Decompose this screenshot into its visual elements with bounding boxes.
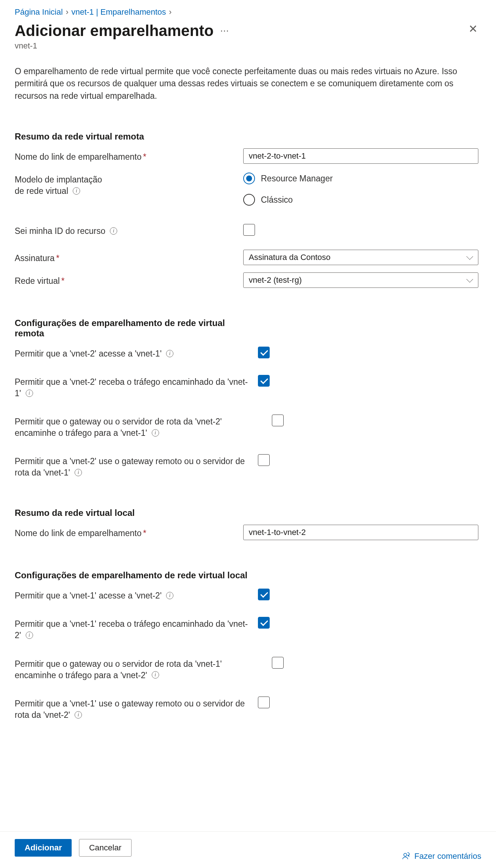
section-local-peering-settings: Configurações de emparelhamento de rede …: [15, 570, 250, 581]
local-use-gateway-label: Permitir que a 'vnet-1' use o gateway re…: [15, 699, 245, 720]
deploy-model-label-1: Modelo de implantação: [15, 175, 102, 184]
info-icon[interactable]: i: [152, 429, 159, 437]
remote-allow-forwarded-label: Permitir que a 'vnet-2' receba o tráfego…: [15, 377, 248, 398]
remote-allow-access-label: Permitir que a 'vnet-2' acesse a 'vnet-1…: [15, 349, 162, 358]
know-resource-id-checkbox[interactable]: [243, 224, 255, 236]
remote-allow-access-checkbox[interactable]: [258, 347, 270, 358]
subscription-dropdown[interactable]: Assinatura da Contoso: [243, 250, 478, 265]
more-actions-icon[interactable]: ⋯: [220, 26, 230, 36]
local-use-gateway-checkbox[interactable]: [258, 697, 270, 708]
section-local-summary: Resumo da rede virtual local: [15, 508, 481, 518]
local-allow-forwarded-label: Permitir que a 'vnet-1' receba o tráfego…: [15, 619, 248, 640]
info-icon[interactable]: i: [26, 632, 33, 639]
virtual-network-value: vnet-2 (test-rg): [249, 275, 302, 285]
cancel-button[interactable]: Cancelar: [79, 839, 131, 857]
remote-gateway-forward-checkbox[interactable]: [272, 415, 284, 426]
remote-allow-forwarded-checkbox[interactable]: [258, 375, 270, 387]
subscription-label: Assinatura: [15, 253, 55, 263]
info-icon[interactable]: i: [73, 187, 80, 195]
remote-peering-name-label: Nome do link de emparelhamento: [15, 152, 141, 162]
info-icon[interactable]: i: [26, 390, 33, 397]
local-gateway-forward-checkbox[interactable]: [272, 657, 284, 669]
radio-rm-label: Resource Manager: [261, 174, 333, 184]
local-peering-name-label: Nome do link de emparelhamento: [15, 528, 141, 538]
remote-peering-name-input[interactable]: [243, 148, 478, 164]
deploy-model-label-2: de rede virtual: [15, 186, 68, 196]
required-icon: *: [61, 276, 65, 286]
info-icon[interactable]: i: [166, 592, 173, 599]
required-icon: *: [56, 253, 60, 263]
section-remote-summary: Resumo da rede virtual remota: [15, 131, 481, 142]
radio-classic-label: Clássico: [261, 195, 293, 205]
local-gateway-forward-label: Permitir que o gateway ou o servidor de …: [15, 659, 222, 680]
local-allow-access-checkbox[interactable]: [258, 589, 270, 600]
info-icon[interactable]: i: [166, 350, 173, 357]
breadcrumb: Página Inicial › vnet-1 | Emparelhamento…: [15, 7, 481, 17]
remote-gateway-forward-label: Permitir que o gateway ou o servidor de …: [15, 417, 222, 438]
close-button[interactable]: ✕: [465, 22, 481, 36]
page-subtitle: vnet-1: [15, 41, 481, 51]
breadcrumb-parent[interactable]: vnet-1 | Emparelhamentos: [71, 7, 166, 17]
know-resource-id-label: Sei minha ID do recurso: [15, 226, 105, 236]
info-icon[interactable]: i: [110, 227, 117, 235]
chevron-right-icon: ›: [66, 7, 68, 17]
add-button[interactable]: Adicionar: [15, 839, 72, 857]
feedback-link[interactable]: Fazer comentários: [402, 851, 481, 861]
virtual-network-dropdown[interactable]: vnet-2 (test-rg): [243, 272, 478, 288]
required-icon: *: [143, 528, 146, 538]
chevron-right-icon: ›: [169, 7, 172, 17]
local-peering-name-input[interactable]: [243, 525, 478, 540]
section-remote-peering-settings: Configurações de emparelhamento de rede …: [15, 318, 250, 339]
radio-resource-manager[interactable]: Resource Manager: [243, 173, 481, 184]
svg-point-0: [404, 853, 407, 856]
info-icon[interactable]: i: [75, 469, 82, 476]
feedback-label: Fazer comentários: [414, 851, 481, 861]
feedback-icon: [402, 852, 411, 861]
required-icon: *: [143, 152, 146, 162]
remote-use-gateway-label: Permitir que a 'vnet-2' use o gateway re…: [15, 456, 245, 477]
virtual-network-label: Rede virtual: [15, 276, 60, 286]
info-icon[interactable]: i: [75, 711, 82, 719]
local-allow-forwarded-checkbox[interactable]: [258, 617, 270, 629]
page-title: Adicionar emparelhamento: [15, 22, 213, 40]
footer-bar: Adicionar Cancelar Fazer comentários: [0, 831, 496, 867]
radio-classic[interactable]: Clássico: [243, 194, 481, 206]
intro-text: O emparelhamento de rede virtual permite…: [15, 65, 478, 102]
info-icon[interactable]: i: [152, 671, 159, 679]
local-allow-access-label: Permitir que a 'vnet-1' acesse a 'vnet-2…: [15, 591, 162, 600]
breadcrumb-home[interactable]: Página Inicial: [15, 7, 63, 17]
remote-use-gateway-checkbox[interactable]: [258, 454, 270, 466]
subscription-value: Assinatura da Contoso: [249, 253, 331, 262]
